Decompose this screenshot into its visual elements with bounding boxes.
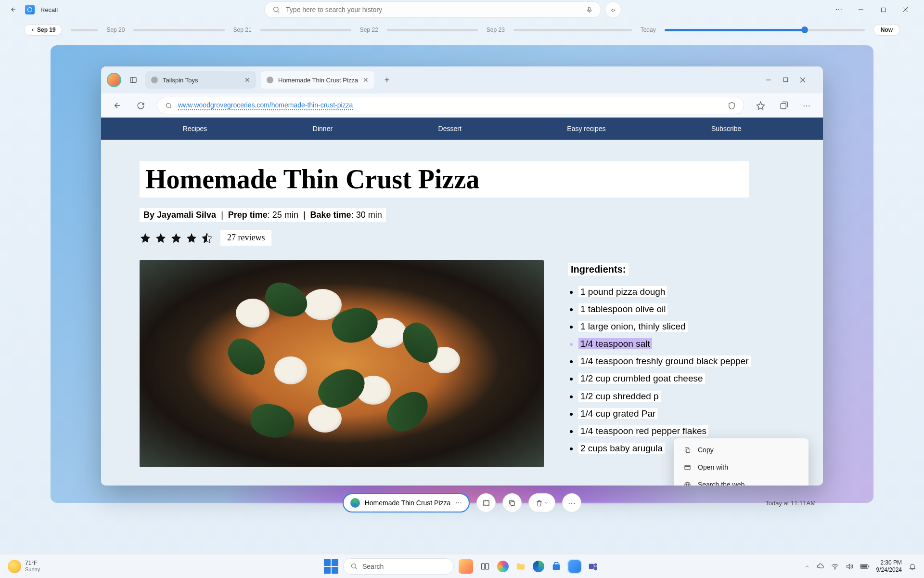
timeline-current-date[interactable]: Sep 19 <box>24 24 62 36</box>
tray-chevron-icon[interactable] <box>804 564 810 569</box>
code-button[interactable]: ‹› <box>605 1 621 18</box>
search-icon <box>272 6 280 13</box>
timeline-segment[interactable] <box>513 29 632 31</box>
browser-maximize-button[interactable] <box>783 77 788 83</box>
svg-point-1 <box>274 7 278 12</box>
tab-title: Homemade Thin Crust Pizza <box>278 77 358 84</box>
tray-notifications-icon[interactable] <box>909 563 916 570</box>
context-menu-search-web[interactable]: Search the web <box>677 476 806 486</box>
tray-volume-icon[interactable] <box>846 563 853 570</box>
source-app-pill[interactable]: Homemade Thin Crust Pizza ⋯ <box>343 493 470 512</box>
search-input[interactable] <box>286 6 580 13</box>
address-bar[interactable]: www.woodgrovegroceries.com/homemade-thin… <box>157 97 744 114</box>
search-web-icon <box>683 481 691 486</box>
tab-title: Tailspin Toys <box>163 77 198 84</box>
browser-close-button[interactable] <box>800 77 806 83</box>
timeline-date: Sep 23 <box>487 26 505 33</box>
timeline-today-segment[interactable] <box>665 29 865 31</box>
snapshot-more-button[interactable]: ⋯ <box>562 493 581 512</box>
recipe-byline: By Jayamali Silva | Prep time: 25 min | … <box>140 208 784 222</box>
browser-menu-button[interactable]: ⋯ <box>800 99 813 112</box>
history-search-bar[interactable] <box>264 1 601 18</box>
timeline-segment[interactable] <box>71 29 98 31</box>
tray-wifi-icon[interactable] <box>831 563 839 570</box>
more-button[interactable]: ⋯ <box>828 2 850 17</box>
timeline-segment[interactable] <box>387 29 478 31</box>
svg-rect-17 <box>589 564 594 569</box>
crop-button[interactable] <box>476 493 496 512</box>
mic-icon[interactable] <box>586 6 593 13</box>
start-button[interactable] <box>324 559 338 574</box>
nav-link-subscribe[interactable]: Subscribe <box>711 125 741 132</box>
back-button[interactable] <box>8 4 19 15</box>
svg-point-6 <box>167 103 171 107</box>
ingredients-list: Ingredients: 1 pound pizza dough 1 table… <box>568 260 751 467</box>
timeline-date: Sep 20 <box>106 26 125 33</box>
edge-icon[interactable] <box>533 561 544 572</box>
svg-point-13 <box>352 564 356 568</box>
svg-point-18 <box>594 563 597 566</box>
browser-minimize-button[interactable] <box>766 77 771 83</box>
svg-rect-5 <box>783 78 787 81</box>
browser-back-button[interactable] <box>111 99 124 112</box>
svg-point-10 <box>684 482 690 486</box>
ingredient-item: 1 tablespoon olive oil <box>578 301 751 318</box>
tray-onedrive-icon[interactable] <box>817 563 824 570</box>
ingredient-item: 1/2 cup crumbled goat cheese <box>578 370 751 387</box>
taskbar-app-1[interactable] <box>459 559 473 574</box>
explorer-icon[interactable] <box>513 559 528 574</box>
copy-snapshot-button[interactable] <box>502 493 522 512</box>
tray-battery-icon[interactable] <box>860 564 870 569</box>
taskview-icon[interactable] <box>478 559 492 574</box>
ingredient-item: 1 large onion, thinly sliced <box>578 318 751 335</box>
collections-button[interactable] <box>777 99 790 112</box>
favorites-button[interactable] <box>754 99 767 112</box>
review-count[interactable]: 27 reviews <box>220 230 271 246</box>
more-icon[interactable]: ⋯ <box>455 499 462 507</box>
nav-link-dessert[interactable]: Dessert <box>438 125 462 132</box>
tab-close-button[interactable]: ✕ <box>363 76 369 84</box>
svg-rect-15 <box>486 564 489 569</box>
ingredient-item: 1/4 teaspoon freshly ground black pepper <box>578 353 751 370</box>
tab-overview-button[interactable] <box>126 73 141 87</box>
svg-rect-16 <box>553 564 560 570</box>
nav-link-dinner[interactable]: Dinner <box>313 125 333 132</box>
close-button[interactable] <box>894 2 916 17</box>
taskbar-search[interactable]: Search <box>343 558 454 575</box>
minimize-button[interactable] <box>850 2 872 17</box>
nav-link-recipes[interactable]: Recipes <box>183 125 207 132</box>
ingredient-item-selected: 1/4 teaspoon salt <box>578 335 751 353</box>
tab-favicon <box>151 77 158 83</box>
teams-icon[interactable] <box>586 559 600 574</box>
ingredient-item: 1 pound pizza dough <box>578 283 751 301</box>
timeline-segment[interactable] <box>133 29 224 31</box>
site-navigation: Recipes Dinner Dessert Easy recipes Subs… <box>101 118 823 140</box>
new-tab-button[interactable]: + <box>379 72 395 88</box>
context-menu-copy[interactable]: Copy <box>677 441 806 459</box>
browser-tab-active[interactable]: Homemade Thin Crust Pizza ✕ <box>261 71 374 89</box>
delete-snapshot-button[interactable] <box>528 493 555 512</box>
star-icon <box>140 232 151 244</box>
browser-window: Tailspin Toys ✕ Homemade Thin Crust Pizz… <box>101 66 823 486</box>
tray-clock[interactable]: 2:30 PM 9/24/2024 <box>876 559 902 574</box>
recall-taskbar-icon[interactable] <box>568 560 581 573</box>
svg-point-19 <box>834 568 835 569</box>
url-text: www.woodgrovegroceries.com/homemade-thin… <box>178 101 353 110</box>
store-icon[interactable] <box>549 559 564 574</box>
weather-widget[interactable]: 71°F Sunny <box>8 560 40 573</box>
nav-link-easy[interactable]: Easy recipes <box>567 125 605 132</box>
edge-icon <box>350 498 360 508</box>
browser-tab-inactive[interactable]: Tailspin Toys ✕ <box>145 71 256 89</box>
context-menu-open-with[interactable]: Open with <box>677 459 806 476</box>
app-title: Recall <box>40 6 58 13</box>
timeline-now-button[interactable]: Now <box>873 24 900 36</box>
copilot-icon[interactable] <box>497 561 509 572</box>
timeline-segment[interactable] <box>260 29 351 31</box>
tab-close-button[interactable]: ✕ <box>244 76 250 84</box>
browser-refresh-button[interactable] <box>134 99 147 112</box>
tracking-prevention-icon[interactable] <box>728 102 736 110</box>
maximize-button[interactable] <box>872 2 894 17</box>
svg-point-0 <box>28 8 32 12</box>
star-rating <box>140 232 213 244</box>
profile-avatar[interactable] <box>107 73 121 87</box>
